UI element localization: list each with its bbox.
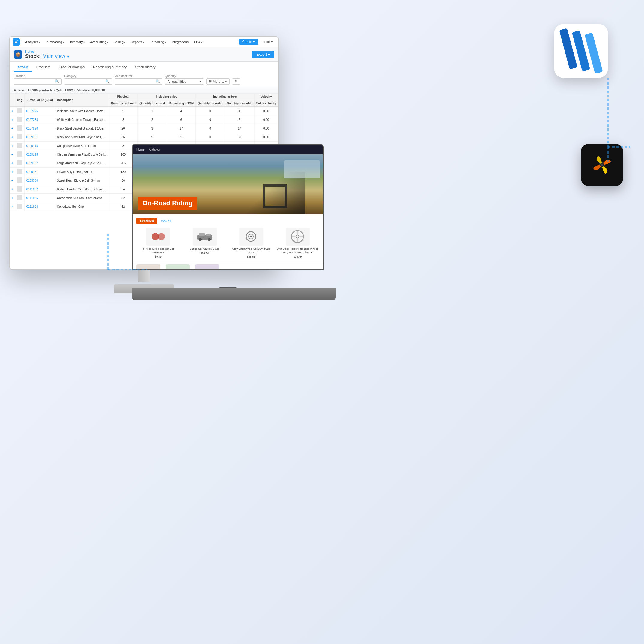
sku-cell[interactable]: 0111202: [24, 185, 55, 194]
qty-order-cell: 0: [196, 124, 225, 133]
expand-icon[interactable]: +: [11, 205, 13, 208]
product-thumbnail: [17, 117, 22, 122]
expand-cell[interactable]: +: [10, 115, 15, 124]
category-input[interactable]: [67, 80, 105, 83]
expand-icon[interactable]: +: [11, 136, 13, 139]
product-img-0: [146, 228, 170, 246]
expand-cell[interactable]: +: [10, 142, 15, 150]
expand-icon[interactable]: +: [11, 188, 13, 191]
location-input[interactable]: [16, 80, 55, 83]
expand-cell[interactable]: +: [10, 168, 15, 176]
col-sales-velocity-header[interactable]: Sales velocity: [254, 100, 278, 107]
more-filters-button[interactable]: ⊞ More: 1 ▾: [206, 78, 230, 85]
expand-icon[interactable]: +: [11, 118, 13, 121]
expand-cell[interactable]: +: [10, 159, 15, 168]
tab-stock-history[interactable]: Stock history: [131, 63, 160, 72]
nav-barcoding[interactable]: Barcoding▾: [147, 39, 168, 45]
product-name-3: 20in Steel Hollow Hub Bike Wheel, 140, 1…: [276, 247, 319, 254]
expand-cell[interactable]: +: [10, 124, 15, 133]
nav-integrations[interactable]: Integrations: [169, 39, 191, 45]
import-button[interactable]: Import ▾: [258, 39, 275, 45]
expand-cell[interactable]: +: [10, 107, 15, 115]
sku-cell[interactable]: 0109101: [24, 133, 55, 142]
product-card-2[interactable]: Alloy Chainwheel Set 36/42/52T 540CC $88…: [229, 228, 273, 258]
sku-cell[interactable]: 0111505: [24, 194, 55, 202]
product-price-2: $88.63: [229, 255, 273, 258]
product-card-1[interactable]: 3 Bike Car Carrier, Black $80.34: [183, 228, 226, 258]
product-card-0[interactable]: 4 Piece Bike Reflector Set w/Mounts $9.4…: [136, 228, 180, 258]
nav-selling[interactable]: Selling▾: [111, 39, 128, 45]
svg-point-18: [601, 164, 603, 166]
sku-cell[interactable]: 0107990: [24, 124, 55, 133]
sku-cell[interactable]: 0107226: [24, 107, 55, 115]
description-cell: Flower Bicycle Bell, 38mm: [55, 168, 109, 176]
expand-cell[interactable]: +: [10, 194, 15, 202]
expand-cell[interactable]: +: [10, 185, 15, 194]
col-qty-order-header[interactable]: Quantity on order: [196, 100, 225, 107]
create-button[interactable]: Create ▾: [239, 39, 258, 45]
expand-icon[interactable]: +: [11, 162, 13, 165]
nav-purchasing[interactable]: Purchasing▾: [43, 39, 66, 45]
sku-cell[interactable]: 0109125: [24, 150, 55, 159]
col-qty-reserved-header[interactable]: Quantity reserved: [137, 100, 167, 107]
description-cell: Compass Bicycle Bell, 41mm: [55, 142, 109, 150]
col-qty-hand-header[interactable]: Quantity on hand: [109, 100, 137, 107]
product-card-3[interactable]: 20in Steel Hollow Hub Bike Wheel, 140, 1…: [276, 228, 319, 258]
remaining-bom-cell: 31: [167, 133, 196, 142]
col-avg-cost-header[interactable]: Average cost: [278, 100, 278, 107]
manufacturer-search[interactable]: 🔍: [115, 78, 162, 85]
expand-icon[interactable]: +: [11, 179, 13, 182]
manufacturer-input[interactable]: [117, 80, 156, 83]
tab-products[interactable]: Products: [32, 63, 55, 72]
main-view-link[interactable]: Main view: [43, 53, 65, 59]
sku-cell[interactable]: 0109113: [24, 142, 55, 150]
nav-reports[interactable]: Reports▾: [128, 39, 147, 45]
nav-accounting[interactable]: Accounting▾: [88, 39, 110, 45]
sort-group: ⇅: [232, 74, 240, 85]
description-cell: White with Colored Flowers Basket, 11i..…: [55, 115, 109, 124]
app-icon-secondary: [581, 144, 623, 186]
selling-arrow: ▾: [124, 41, 125, 44]
more-spacer: [206, 74, 230, 78]
laptop-nav-home[interactable]: Home: [136, 148, 145, 151]
expand-icon[interactable]: +: [11, 109, 13, 113]
expand-icon[interactable]: +: [11, 170, 13, 174]
sort-button[interactable]: ⇅: [232, 78, 240, 85]
expand-icon[interactable]: +: [11, 153, 13, 156]
nav-inventory[interactable]: Inventory▾: [67, 39, 87, 45]
tab-stock[interactable]: Stock: [14, 63, 32, 72]
breadcrumb[interactable]: Home: [25, 50, 69, 53]
nav-analytics[interactable]: Analytics▾: [23, 39, 43, 45]
expand-cell[interactable]: +: [10, 150, 15, 159]
location-filter: Location 🔍: [14, 74, 62, 85]
sku-cell[interactable]: 0111904: [24, 202, 55, 211]
col-sku-header[interactable]: ↓ Product ID (SKU): [24, 94, 55, 107]
expand-cell[interactable]: +: [10, 202, 15, 211]
app-icon-main: [554, 24, 608, 78]
sku-cell[interactable]: 0109137: [24, 159, 55, 168]
col-remaining-bom-header[interactable]: Remaining +BOM: [167, 100, 196, 107]
category-search[interactable]: 🔍: [64, 78, 112, 85]
expand-icon[interactable]: +: [11, 196, 13, 200]
img-cell: [15, 150, 24, 159]
expand-icon[interactable]: +: [11, 144, 13, 148]
tab-product-lookups[interactable]: Product lookups: [55, 63, 89, 72]
expand-icon[interactable]: +: [11, 127, 13, 130]
col-qty-available-header[interactable]: Quantity available: [225, 100, 254, 107]
view-all-link[interactable]: view all: [161, 219, 171, 223]
laptop-nav-catalog[interactable]: Catalog: [149, 148, 160, 151]
sku-cell[interactable]: 0109300: [24, 176, 55, 185]
expand-cell[interactable]: +: [10, 176, 15, 185]
location-search[interactable]: 🔍: [14, 78, 62, 85]
img-cell: [15, 124, 24, 133]
sku-cell[interactable]: 0107238: [24, 115, 55, 124]
sku-cell[interactable]: 0109161: [24, 168, 55, 176]
nav-fba[interactable]: FBA▾: [192, 39, 204, 45]
table-row: + 0107990 Black Steel Basket Bracket, 1-…: [10, 124, 278, 133]
quantity-select[interactable]: All quantities ▾: [165, 78, 204, 85]
product-thumbnail: [17, 160, 22, 165]
export-button[interactable]: Export ▾: [252, 51, 274, 58]
tab-reordering-summary[interactable]: Reordering summary: [89, 63, 131, 72]
main-view-dropdown-icon[interactable]: ▾: [67, 54, 69, 59]
expand-cell[interactable]: +: [10, 133, 15, 142]
